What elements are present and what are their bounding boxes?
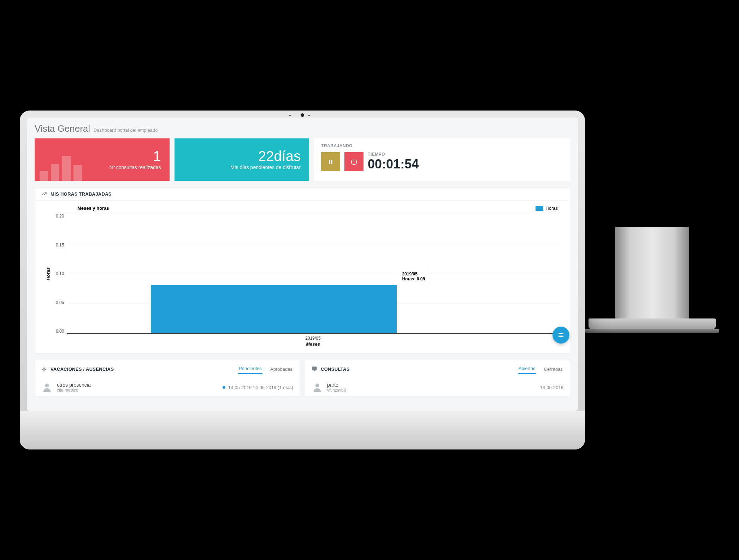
chart-body: Meses y horas Horas Horas 0.20 0.15 0.10… bbox=[35, 201, 570, 353]
menu-icon bbox=[557, 332, 564, 339]
pause-button[interactable] bbox=[321, 152, 340, 171]
item-meta: 14-05-2019 bbox=[540, 385, 564, 390]
dias-label: Mis días pendientes de disfrutar bbox=[231, 165, 301, 170]
tab-abiertas[interactable]: Abiertas bbox=[518, 364, 536, 374]
consultas-card[interactable]: 1 Nº consultas realizadas bbox=[35, 138, 170, 181]
consultas-title: CONSULTAS bbox=[321, 367, 350, 372]
x-tick: 2019/05 bbox=[305, 336, 320, 341]
y-axis-label: Horas bbox=[46, 267, 51, 280]
monitor-chin bbox=[20, 411, 585, 449]
svg-point-2 bbox=[45, 383, 49, 387]
page-title: Vista General bbox=[35, 123, 90, 134]
timer-status: TRABAJANDO bbox=[321, 143, 563, 148]
chart-tooltip: 2019/05 Horas: 0.08 bbox=[399, 270, 428, 283]
hours-chart-panel: MIS HORAS TRABAJADAS Meses y horas Horas… bbox=[35, 187, 570, 353]
item-text: parte vfvhzsvbb bbox=[327, 382, 346, 393]
page-header: Vista General Dashboard portal del emple… bbox=[35, 123, 570, 134]
chat-icon bbox=[312, 366, 317, 372]
item-text: otros presencia cita medico bbox=[57, 382, 91, 393]
avatar-icon bbox=[312, 382, 323, 393]
legend-swatch bbox=[536, 206, 543, 211]
chart-panel-title: MIS HORAS TRABAJADAS bbox=[51, 191, 112, 197]
consultas-value: 1 bbox=[153, 149, 161, 163]
timer-value: 00:01:54 bbox=[368, 157, 419, 172]
status-dot-icon bbox=[223, 386, 225, 389]
vacaciones-header: VACACIONES / AUSENCIAS Pendientes Aproba… bbox=[35, 360, 300, 378]
camera-dot bbox=[301, 113, 304, 117]
pause-icon bbox=[327, 159, 334, 165]
avatar-icon bbox=[41, 382, 53, 393]
tab-aprobadas[interactable]: Aprobadas bbox=[270, 364, 293, 374]
consultas-label: Nº consultas realizadas bbox=[110, 165, 161, 170]
svg-point-3 bbox=[315, 383, 319, 387]
dias-value: 22días bbox=[258, 149, 301, 163]
item-date: 14-05-2019 bbox=[540, 385, 564, 390]
tooltip-series-row: Horas: 0.08 bbox=[402, 276, 425, 281]
list-item[interactable]: otros presencia cita medico 14-05-2019 1… bbox=[35, 378, 300, 397]
item-meta: 14-05-2019 14-05-2019 (1 días) bbox=[223, 385, 293, 390]
monitor-stand bbox=[585, 227, 719, 333]
tab-pendientes[interactable]: Pendientes bbox=[238, 364, 262, 374]
chart-bar[interactable] bbox=[151, 285, 397, 333]
y-tick: 0.00 bbox=[56, 329, 64, 334]
y-tick: 0.05 bbox=[56, 300, 64, 305]
plane-icon bbox=[41, 366, 47, 372]
bottom-panels-row: VACACIONES / AUSENCIAS Pendientes Aproba… bbox=[35, 360, 570, 397]
power-icon bbox=[350, 158, 357, 165]
chart-title: Meses y horas bbox=[77, 205, 559, 211]
timer-card: TRABAJANDO TIEMPO 00:01:54 bbox=[314, 138, 570, 181]
item-dates: 14-05-2019 14-05-2019 (1 días) bbox=[228, 385, 293, 390]
item-primary: parte bbox=[327, 382, 346, 388]
consultas-tabs: Abiertas Cerradas bbox=[518, 364, 563, 374]
x-axis-ticks: 2019/05 bbox=[67, 336, 559, 341]
consultas-panel: CONSULTAS Abiertas Cerradas parte vfvhzs… bbox=[305, 360, 570, 397]
stop-button[interactable] bbox=[344, 152, 363, 171]
legend-label: Horas bbox=[545, 205, 558, 211]
x-axis-label: Meses bbox=[67, 341, 559, 347]
y-tick: 0.15 bbox=[56, 243, 64, 248]
vacaciones-title: VACACIONES / AUSENCIAS bbox=[51, 367, 114, 372]
y-tick: 0.20 bbox=[56, 214, 64, 219]
chart-panel-header: MIS HORAS TRABAJADAS bbox=[35, 187, 570, 201]
chart-plot[interactable]: 2019/05 Horas: 0.08 bbox=[67, 214, 559, 334]
dias-card[interactable]: 22días Mis días pendientes de disfrutar bbox=[175, 138, 309, 181]
tooltip-category: 2019/05 bbox=[402, 272, 425, 276]
page-subtitle: Dashboard portal del empleado bbox=[94, 127, 158, 133]
chart-legend: Horas bbox=[536, 205, 558, 211]
y-tick: 0.10 bbox=[56, 271, 64, 276]
timer-label: TIEMPO bbox=[368, 152, 419, 157]
timer-body: TIEMPO 00:01:54 bbox=[321, 152, 563, 172]
tab-cerradas[interactable]: Cerradas bbox=[543, 364, 563, 374]
vacaciones-tabs: Pendientes Aprobadas bbox=[238, 364, 293, 374]
y-axis-ticks: 0.20 0.15 0.10 0.05 0.00 bbox=[53, 214, 67, 334]
dashboard-app: Vista General Dashboard portal del emple… bbox=[27, 118, 578, 411]
timer-meta: TIEMPO 00:01:54 bbox=[368, 152, 419, 172]
bar-decoration-icon bbox=[40, 156, 82, 181]
fab-menu-button[interactable] bbox=[552, 327, 569, 344]
summary-cards-row: 1 Nº consultas realizadas 22días Mis día… bbox=[35, 138, 570, 181]
line-chart-icon bbox=[41, 191, 47, 197]
monitor-frame: Vista General Dashboard portal del emple… bbox=[20, 111, 585, 449]
item-secondary: vfvhzsvbb bbox=[327, 388, 346, 393]
svg-rect-0 bbox=[329, 160, 330, 164]
screen: Vista General Dashboard portal del emple… bbox=[27, 118, 578, 411]
chart-area: Horas 0.20 0.15 0.10 0.05 0.00 bbox=[46, 214, 559, 334]
vacaciones-panel: VACACIONES / AUSENCIAS Pendientes Aproba… bbox=[35, 360, 300, 397]
consultas-header: CONSULTAS Abiertas Cerradas bbox=[305, 360, 570, 378]
item-secondary: cita medico bbox=[57, 388, 91, 393]
list-item[interactable]: parte vfvhzsvbb 14-05-2019 bbox=[305, 378, 570, 397]
svg-rect-1 bbox=[331, 160, 332, 164]
item-primary: otros presencia bbox=[57, 382, 91, 388]
